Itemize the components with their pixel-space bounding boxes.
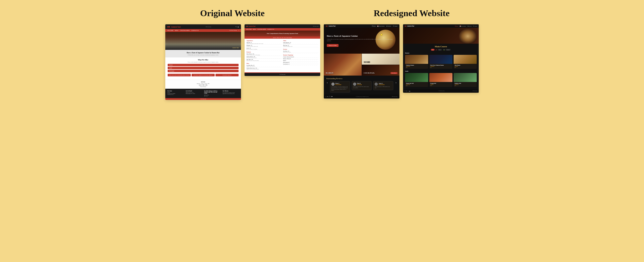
ramen-section-label: Ramen (405, 52, 477, 54)
ramen-price-2: $17 (430, 67, 452, 68)
redesign2-in-icon[interactable]: in (406, 90, 407, 92)
spicy-icon: 🌶 (436, 49, 437, 51)
orig1-cta-1[interactable]: Check out our info for information about… (168, 74, 191, 76)
redesign2-footer: f in 𝕏 ▶ © 2024 Ramen Bar. 215-xxx-xxxx (403, 89, 479, 93)
orig2-nav-welcome[interactable]: WELCOME (246, 29, 252, 30)
footer-fb-icon[interactable]: f (326, 96, 326, 97)
sushi-section-label: Sushi (405, 70, 477, 72)
filter-spicy[interactable]: Spicy (438, 49, 442, 51)
redesign1-nav-reviews[interactable]: ★ Reviews (386, 26, 391, 27)
orig1-cta-3[interactable]: Download Contact Us (216, 74, 238, 76)
sushi-img-3 (454, 73, 477, 82)
redesign2-footer-copyright: © 2024 Ramen Bar. (438, 90, 445, 92)
yt-icon: ▶ (238, 26, 239, 28)
redesign2-nav-menu[interactable]: ☰ Menu (455, 26, 458, 27)
nav-social-fb[interactable]: f (238, 30, 239, 31)
redesign1-nav-menu[interactable]: ☰ Menu (372, 26, 376, 27)
filter-all[interactable]: All (431, 49, 434, 51)
orig1-footer-delivery: We Offer Pickup or Delivery Options with… (204, 90, 221, 97)
redesign2-nav-reservations[interactable]: 📅 Reservations (460, 26, 466, 27)
orig1-cta-buttons: Check out our info for information about… (168, 74, 238, 76)
redesign1-nav: ☰ Menu 📅 Reservations ★ Reviews ✆ Contac… (372, 26, 398, 27)
redesign1-nav-contact[interactable]: ✆ Contact (393, 26, 398, 27)
reviewer-2-info: Nina K. ★★★★ (353, 83, 370, 86)
sushi-card-2: Dragon Roll ★★★★ $14 (429, 73, 452, 87)
orig1-ramen-item[interactable]: Ramen (168, 64, 238, 66)
orig1-cta-2[interactable]: Find what's Updated for all our latest a… (192, 74, 215, 76)
redesign2-nav-reviews[interactable]: ★ Reviews (467, 26, 472, 27)
redesign2-section-title: Main Course (405, 45, 477, 48)
redesign1-reviews: Outstanding Reviews ‹ Elena C. ★★★★★ Lov… (324, 76, 400, 95)
redesign2-logo-area: ■■ ramen bar (405, 25, 414, 27)
redesign2-yt-icon[interactable]: ▶ (410, 90, 410, 92)
redesign1-logo-text: ramen bar (328, 25, 336, 27)
nav-menu[interactable]: MENU (175, 30, 178, 31)
orig1-logo: ■■ ramen bar (167, 26, 182, 28)
redesign1-hero-content: Have a Taste of Japanese Cuisine At Rame… (324, 32, 400, 50)
footer-delivery-title: We Offer Pickup or Delivery Options with… (204, 90, 221, 94)
redesign2-menu-title-section: Main Course All 🌶 Spicy 🍃 Regular Ramen (403, 44, 479, 89)
redesign1-topbar: ■■ ramen bar ☰ Menu 📅 Reservations ★ Rev… (324, 24, 400, 28)
page-container: Original Website Redesigned Website ■■ r… (143, 8, 501, 100)
avatar-2 (353, 83, 356, 86)
redesign2-hero-bowl (459, 29, 477, 44)
next-review-btn[interactable]: › (395, 81, 397, 84)
redesign1-reserve-btn[interactable]: Reserve A Table (327, 44, 338, 47)
redesign2-x-icon[interactable]: 𝕏 (408, 90, 408, 92)
orig2-item-rice2: Chicken Katsu Curry - $13 Japanese curry… (246, 68, 282, 70)
orig1-phone: 215-xxx-xxxx (206, 26, 211, 27)
ramen-label: RAMEN (326, 72, 334, 74)
orig1-logo-icon: ■■ (167, 26, 170, 28)
sushi-card-1: Ramen Bar Roll ★★★★★ $12 (405, 73, 428, 87)
footer-contact-title: Get In Touch! (186, 90, 202, 92)
hero-gradient (165, 44, 241, 50)
ramen-img-1 (405, 55, 428, 64)
nav-welcome[interactable]: WELCOME (167, 30, 173, 31)
review-card-2: Nina K. ★★★★ Great ramen restaurant! The… (352, 81, 372, 90)
orig2-item-side1: South Appetizer - $7 Assorted side dishe… (283, 42, 318, 45)
orig2-appetizers-label: Appetizers (246, 40, 282, 42)
orig1-offer-desc: We are a clean shop that let customers e… (168, 62, 238, 63)
footer-yt-icon[interactable]: ▶ (332, 96, 332, 97)
ramen-info-1: Tonkotsu Ramen ★★★★★ $15 (405, 64, 428, 69)
filter-regular-wrapper: 🍃 Regular (443, 49, 451, 51)
orig2-nav-cocktail[interactable]: COCKTAIL MENU (257, 29, 266, 30)
orig2-nav-menu[interactable]: MENU (253, 29, 256, 30)
orig2-item-tonkotsu: Tonkotsu Ramen - $15 Rich pork bone brot… (246, 56, 282, 59)
redesign1-cocktail-cell: COCKTAIL View Menu (362, 65, 400, 76)
redesign2-fb-icon[interactable]: f (405, 90, 405, 92)
orig2-ramen-label: Ramen (246, 51, 282, 53)
sushi-price-2: $14 (430, 85, 452, 86)
reviewer-3-name: Jason G. ★★★★★ (378, 83, 384, 86)
orig1-sushi-item[interactable]: Sushi (168, 67, 238, 69)
orig2-hero: Our Comprehensive Menu Featuring Japanes… (244, 31, 320, 37)
redesign1-nav-reservations[interactable]: 📅 Reservations (377, 26, 384, 27)
orig2-header: ■■ ramen bar 215-xxx-xxxx (244, 24, 320, 28)
redesign1-sushi-cell: SUSHI (362, 54, 400, 65)
ramen-items-row: Tonkotsu Ramen ★★★★★ $15 Kuro Kara Tonko… (405, 55, 477, 69)
footer-link-contact[interactable]: CONTACT US (167, 94, 184, 95)
orig2-item-topping4: Bean Sprouts $1 (283, 62, 318, 63)
original-title: Original Website (143, 8, 322, 18)
footer-x-icon[interactable]: 𝕏 (329, 96, 330, 97)
view-menu-btn[interactable]: View Menu (390, 72, 398, 74)
avatar-3 (374, 83, 378, 86)
prev-review-btn[interactable]: ‹ (326, 81, 328, 84)
orig1-tagline-title: Have a Taste of Japanese Cuisine by Rame… (168, 52, 238, 54)
orig1-beverages-item[interactable]: Beverages (168, 70, 238, 72)
redesign1-footer-phone: 215-xxx-xxxx (392, 96, 398, 97)
orig2-extras-label: Extras (283, 49, 318, 50)
redesign2-footer-social: f in 𝕏 ▶ (405, 90, 410, 92)
nav-contact[interactable]: CONTACT US (191, 30, 199, 31)
orig2-item-topping1: Chashu: Marinated Pork $3 (283, 56, 318, 58)
redesign2-nav-contact[interactable]: ✆ Contact (473, 26, 477, 27)
orig2-nav-contact[interactable]: CONTACT US (268, 29, 274, 30)
sushi-card-3: Rainbow Roll ★★★★★ $16 (454, 73, 477, 87)
redesign1-logo-area: ■■ ramen bar (326, 25, 336, 27)
nav-cocktail[interactable]: COCKTAIL MENU (180, 30, 190, 31)
redesign1-hero: Have a Taste of Japanese Cuisine At Rame… (324, 28, 400, 54)
filter-regular[interactable]: Regular (445, 49, 451, 51)
footer-in-icon[interactable]: in (327, 96, 328, 97)
redesign1-hero-title: Have a Taste of Japanese Cuisine (327, 35, 396, 37)
nav-ordering[interactable]: We Offer Ordering (230, 30, 237, 31)
